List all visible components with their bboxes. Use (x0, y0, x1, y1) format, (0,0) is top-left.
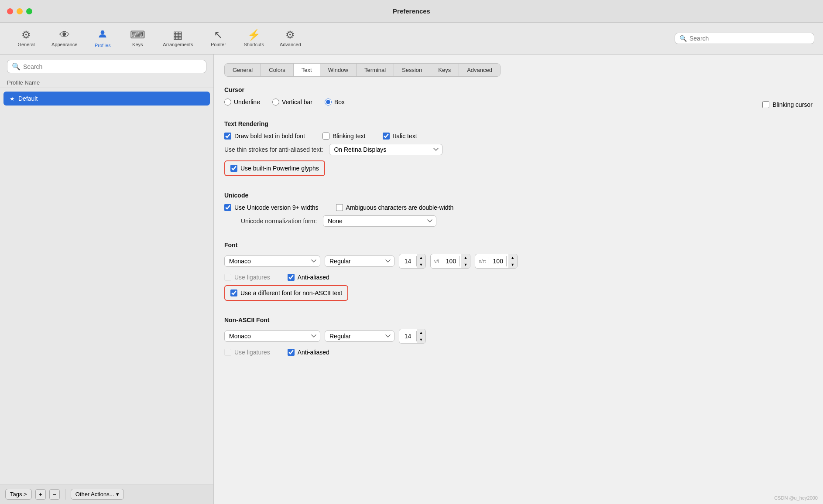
cursor-section: Cursor Underline Vertical bar Box (224, 86, 813, 111)
cursor-vertical-radio[interactable] (272, 99, 279, 106)
cursor-underline-option[interactable]: Underline (224, 99, 260, 106)
powerline-glyphs-checkbox[interactable] (230, 165, 237, 172)
cursor-row: Underline Vertical bar Box Blinking curs… (224, 99, 813, 111)
non-ascii-style-select[interactable]: Regular Bold Italic (325, 330, 394, 342)
profile-item-default[interactable]: ★ Default (3, 92, 210, 106)
use-ligatures-checkbox[interactable] (224, 274, 231, 281)
draw-bold-checkbox[interactable] (224, 133, 231, 140)
blinking-text-option[interactable]: Blinking text (322, 133, 365, 140)
font-selector-row: Monaco Regular Bold Italic Bold Italic 1… (224, 254, 813, 269)
toolbar-item-advanced[interactable]: ⚙ Advanced (272, 27, 309, 50)
blinking-cursor-label: Blinking cursor (772, 101, 813, 108)
tab-keys[interactable]: Keys (430, 64, 459, 76)
unicode-version-option[interactable]: Use Unicode version 9+ widths (224, 204, 319, 211)
thin-strokes-select[interactable]: On Retina Displays Always Never (329, 144, 442, 155)
tab-general[interactable]: General (225, 64, 261, 76)
add-profile-button[interactable]: + (35, 489, 46, 500)
h-spacing-down[interactable]: ▼ (508, 261, 517, 268)
tab-session[interactable]: Session (394, 64, 430, 76)
non-ascii-options-row: Use ligatures Anti-aliased (224, 349, 813, 356)
non-ascii-ligatures-option[interactable]: Use ligatures (224, 349, 270, 356)
toolbar-item-keys[interactable]: ⌨ Keys (120, 27, 155, 50)
powerline-glyphs-option[interactable]: Use built-in Powerline glyphs (230, 165, 319, 172)
non-ascii-size-down[interactable]: ▼ (417, 336, 425, 343)
cursor-vertical-label: Vertical bar (282, 99, 312, 106)
anti-aliased-option[interactable]: Anti-aliased (288, 274, 329, 281)
diff-font-checkbox[interactable] (230, 289, 237, 296)
italic-text-option[interactable]: Italic text (383, 133, 417, 140)
tab-terminal[interactable]: Terminal (357, 64, 394, 76)
font-size-down[interactable]: ▼ (417, 261, 425, 268)
anti-aliased-checkbox[interactable] (288, 274, 295, 281)
non-ascii-ligatures-checkbox[interactable] (224, 349, 231, 356)
non-ascii-antialiased-checkbox[interactable] (288, 349, 295, 356)
ambiguous-label: Ambiguous characters are double-width (346, 204, 454, 211)
tab-advanced-profile[interactable]: Advanced (459, 64, 500, 76)
sidebar-search-input[interactable] (23, 63, 202, 70)
unicode-version-checkbox[interactable] (224, 204, 231, 211)
close-button[interactable] (7, 8, 13, 14)
ambiguous-checkbox[interactable] (336, 204, 343, 211)
toolbar-label-shortcuts: Shortcuts (243, 42, 264, 47)
toolbar-item-arrangements[interactable]: ▦ Arrangements (155, 27, 201, 50)
divider (65, 489, 65, 500)
v-spacing-down[interactable]: ▼ (461, 261, 470, 268)
ambiguous-option[interactable]: Ambiguous characters are double-width (336, 204, 454, 211)
cursor-underline-radio[interactable] (224, 99, 231, 106)
non-ascii-font-row: Monaco Regular Bold Italic 14 ▲ ▼ (224, 329, 813, 344)
font-name-select[interactable]: Monaco (224, 255, 320, 267)
text-rendering-row1: Draw bold text in bold font Blinking tex… (224, 133, 813, 140)
toolbar-item-general[interactable]: ⚙ General (9, 27, 44, 50)
cursor-box-radio[interactable] (325, 99, 332, 106)
toolbar-item-shortcuts[interactable]: ⚡ Shortcuts (236, 27, 271, 50)
unicode-row1: Use Unicode version 9+ widths Ambiguous … (224, 204, 813, 211)
v-spacing-up[interactable]: ▲ (461, 254, 470, 261)
toolbar-label-general: General (17, 42, 34, 47)
italic-text-checkbox[interactable] (383, 133, 390, 140)
non-ascii-font-select[interactable]: Monaco (224, 330, 320, 342)
blinking-cursor-option[interactable]: Blinking cursor (762, 101, 813, 108)
window-controls (7, 8, 32, 14)
tab-colors[interactable]: Colors (261, 64, 294, 76)
toolbar-item-profiles[interactable]: Profiles (85, 26, 120, 51)
draw-bold-option[interactable]: Draw bold text in bold font (224, 133, 305, 140)
toolbar-item-appearance[interactable]: 👁 Appearance (44, 27, 85, 50)
main-content: 🔍 Profile Name ★ Default Tags > + − Othe… (0, 54, 823, 504)
font-style-select[interactable]: Regular Bold Italic Bold Italic (325, 255, 394, 267)
thin-strokes-row: Use thin strokes for anti-aliased text: … (224, 144, 813, 155)
font-size-spinner: 14 ▲ ▼ (399, 254, 426, 269)
blinking-text-checkbox[interactable] (322, 133, 329, 140)
use-ligatures-option[interactable]: Use ligatures (224, 274, 270, 281)
normalization-select[interactable]: None NFC NFD NFKC NFKD (323, 215, 436, 227)
advanced-icon: ⚙ (285, 30, 295, 40)
maximize-button[interactable] (26, 8, 32, 14)
other-actions-button[interactable]: Other Actions... ▾ (71, 489, 124, 500)
cursor-box-option[interactable]: Box (325, 99, 345, 106)
minimize-button[interactable] (17, 8, 23, 14)
non-ascii-antialiased-option[interactable]: Anti-aliased (288, 349, 329, 356)
toolbar-search-input[interactable] (689, 35, 809, 42)
sidebar-search-area: 🔍 (0, 54, 213, 77)
tab-window[interactable]: Window (320, 64, 357, 76)
non-ascii-size-up[interactable]: ▲ (417, 329, 425, 336)
blinking-cursor-checkbox[interactable] (762, 101, 769, 108)
cursor-title: Cursor (224, 86, 813, 93)
profile-list-header: Profile Name (0, 77, 213, 88)
window-title: Preferences (393, 7, 430, 15)
v-spacing-controls: ▲ ▼ (461, 254, 470, 268)
toolbar-item-pointer[interactable]: ↖ Pointer (201, 27, 236, 50)
toolbar-label-profiles: Profiles (95, 43, 111, 48)
cursor-underline-label: Underline (234, 99, 260, 106)
cursor-vertical-option[interactable]: Vertical bar (272, 99, 312, 106)
font-size-up[interactable]: ▲ (417, 254, 425, 261)
tab-text[interactable]: Text (294, 64, 320, 76)
sidebar-search-icon: 🔍 (12, 62, 21, 71)
sidebar-search-box[interactable]: 🔍 (7, 60, 206, 73)
arrangements-icon: ▦ (173, 30, 183, 40)
anti-aliased-label: Anti-aliased (298, 274, 329, 281)
tags-button[interactable]: Tags > (5, 489, 32, 500)
remove-profile-button[interactable]: − (49, 489, 60, 500)
toolbar-search[interactable]: 🔍 (675, 33, 814, 44)
h-spacing-up[interactable]: ▲ (508, 254, 517, 261)
diff-font-option[interactable]: Use a different font for non-ASCII text (230, 289, 342, 296)
